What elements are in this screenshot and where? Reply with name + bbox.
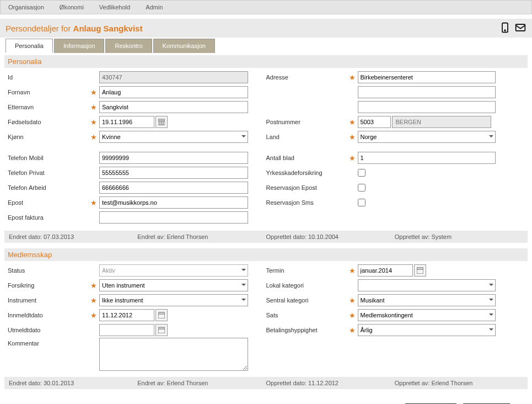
forsikring-select[interactable]: Uten instrument [99,279,248,291]
yrkesskade-checkbox[interactable] [358,169,366,177]
section-medlemsskap-title: Medlemsskap [4,248,528,261]
required-icon: ★ [90,103,99,111]
antall-blad-field[interactable] [358,152,496,164]
svg-point-1 [504,30,506,31]
calendar-icon[interactable] [414,264,426,277]
svg-rect-10 [158,327,165,333]
label-land: Land [266,134,349,140]
label-kjonn: Kjønn [8,134,90,140]
required-icon: ★ [90,281,99,290]
label-tel-privat: Telefon Privat [8,169,90,176]
main-menu: Organisasjon Økonomi Vedlikehold Admin [0,0,532,14]
epost-field[interactable] [99,196,248,209]
tel-arbeid-field[interactable] [99,182,248,194]
label-epost: Epost [8,199,90,206]
label-lokal-kat: Lokal kategori [266,282,349,289]
required-icon: ★ [349,267,358,275]
tel-mobil-field[interactable] [99,152,248,164]
id-field [99,71,248,83]
required-icon: ★ [90,311,99,320]
required-icon: ★ [90,133,99,141]
tab-reskontro[interactable]: Reskontro [105,39,152,53]
label-utmeldt: Utmeldtdato [8,327,90,333]
tab-personalia[interactable]: Personalia [6,39,53,53]
page-header: Persondetaljer for Anlaug Sangkvist [0,19,532,38]
label-res-sms: Reservasjon Sms [266,199,349,206]
required-icon: ★ [349,296,358,305]
calendar-icon[interactable] [155,324,168,336]
res-epost-checkbox[interactable] [358,184,366,192]
medlemsskap-meta: Endret dato: 30.01.2013 Endret av: Erlen… [4,377,528,389]
sentral-kat-select[interactable]: Musikant [358,294,496,306]
svg-rect-2 [516,24,525,31]
lokal-kat-select[interactable] [358,279,496,291]
menu-vedlikehold[interactable]: Vedlikehold [92,1,138,14]
mail-icon[interactable] [514,22,526,34]
termin-field[interactable] [358,264,413,277]
etternavn-field[interactable] [99,101,248,113]
fodselsdato-field[interactable] [99,116,154,128]
label-antall-blad: Antall blad [266,155,349,161]
label-fornavn: Fornavn [8,89,90,95]
label-epost-faktura: Epost faktura [8,214,90,221]
instrument-select[interactable]: Ikke instrument [99,294,248,306]
adresse2-field[interactable] [358,86,496,98]
required-icon: ★ [90,199,99,207]
kommentar-field[interactable] [99,338,248,371]
label-instrument: Instrument [8,297,90,304]
fornavn-field[interactable] [99,86,248,98]
kjonn-select[interactable]: Kvinne [99,131,248,143]
tabs: Personalia Informasjon Reskontro Kommuni… [6,39,532,53]
label-sentral-kat: Sentral kategori [266,297,349,304]
label-id: Id [8,74,90,81]
page-title-prefix: Persondetaljer for [6,24,73,33]
svg-rect-12 [417,268,423,274]
required-icon: ★ [349,73,358,82]
menu-admin[interactable]: Admin [138,1,170,14]
betaling-select[interactable]: Årlig [358,324,496,336]
status-select: Aktiv [99,264,248,277]
menu-organisasjon[interactable]: Organisasjon [1,1,52,14]
tab-informasjon[interactable]: Informasjon [54,39,104,53]
adresse3-field[interactable] [358,101,496,113]
required-icon: ★ [349,326,358,334]
adresse1-field[interactable] [358,71,496,83]
svg-rect-8 [158,312,165,318]
utmeldt-field[interactable] [99,324,154,336]
label-forsikring: Forsikring [8,282,90,289]
page-title: Persondetaljer for Anlaug Sangkvist [6,24,142,33]
required-icon: ★ [349,311,358,320]
required-icon: ★ [349,118,358,126]
section-personalia-title: Personalia [4,55,528,68]
label-adresse: Adresse [266,74,349,81]
menu-okonomi[interactable]: Økonomi [52,1,92,14]
page-title-name: Anlaug Sangkvist [73,24,143,33]
sats-select[interactable]: Medlemskontingent [358,309,496,321]
label-status: Status [8,267,90,274]
epost-faktura-field[interactable] [99,211,248,224]
required-icon: ★ [90,296,99,305]
label-innmeldt: Innmeldtdato [8,312,90,318]
required-icon: ★ [349,154,358,162]
label-res-epost: Reservasjon Epost [266,184,349,191]
required-icon: ★ [90,118,99,126]
phone-icon[interactable] [499,22,511,34]
label-postnummer: Postnummer [266,119,349,125]
land-select[interactable]: Norge [358,131,496,143]
tab-kommunikasjon[interactable]: Kommunikasjon [153,39,215,53]
label-tel-mobil: Telefon Mobil [8,155,90,161]
required-icon: ★ [90,88,99,97]
label-etternavn: Etternavn [8,104,90,110]
label-termin: Termin [266,267,349,274]
required-icon: ★ [349,133,358,141]
label-kommentar: Kommentar [8,338,90,347]
personalia-meta: Endret dato: 07.03.2013 Endret av: Erlen… [4,231,528,243]
calendar-icon[interactable] [155,309,168,321]
res-sms-checkbox[interactable] [358,199,366,206]
calendar-icon[interactable] [155,116,168,128]
label-betaling: Betalingshyppighet [266,327,349,333]
innmeldt-field[interactable] [99,309,154,321]
label-tel-arbeid: Telefon Arbeid [8,184,90,191]
tel-privat-field[interactable] [99,167,248,179]
postnummer-field[interactable] [358,116,391,128]
